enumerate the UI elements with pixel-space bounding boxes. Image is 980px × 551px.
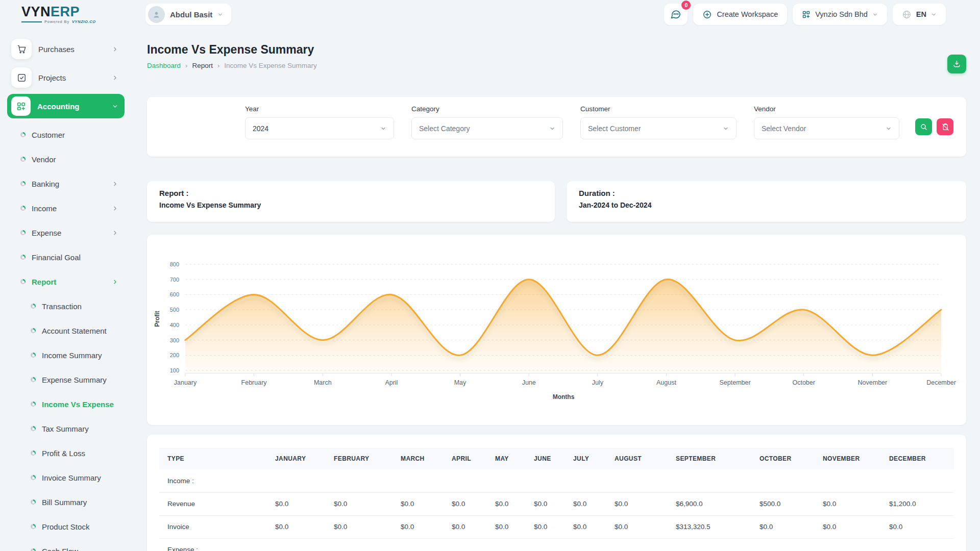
bullet-icon (31, 426, 36, 431)
bullet-icon (20, 279, 26, 284)
user-name: Abdul Basit (170, 10, 212, 19)
x-tick-label: May (454, 379, 467, 386)
y-tick-label: 200 (170, 352, 179, 358)
chat-badge: 0 (681, 1, 691, 10)
sidebar-item-label: Report (32, 278, 106, 286)
chat-button[interactable]: 0 (664, 4, 688, 25)
sidebar-item-profit-loss[interactable]: Profit & Loss (0, 441, 132, 465)
sidebar-item-income-vs-expense[interactable]: Income Vs Expense (0, 392, 132, 416)
duration-label: Duration : (579, 189, 954, 197)
table-card: TYPEJANUARYFEBRUARYMARCHAPRILMAYJUNEJULY… (147, 435, 966, 551)
bullet-icon (20, 230, 26, 235)
column-header-november: NOVEMBER (815, 448, 881, 469)
sidebar-item-label: Income Summary (42, 351, 118, 360)
sidebar-item-expense-summary[interactable]: Expense Summary (0, 367, 132, 392)
table-cell: $0.0 (881, 515, 954, 538)
sidebar-item-vendor[interactable]: Vendor (0, 147, 132, 171)
sidebar-item-transaction[interactable]: Transaction (0, 294, 132, 318)
sidebar-item-tax-summary[interactable]: Tax Summary (0, 416, 132, 441)
sidebar-item-cash-flow[interactable]: Cash Flow (0, 539, 132, 551)
sidebar-item-purchases[interactable]: Purchases (7, 37, 125, 61)
search-button[interactable] (915, 118, 932, 135)
x-tick-label: September (720, 379, 751, 386)
table-cell: $0.0 (326, 515, 393, 538)
sidebar-item-customer[interactable]: Customer (0, 122, 132, 147)
create-workspace-button[interactable]: Create Workspace (693, 4, 787, 25)
table-header-row: TYPEJANUARYFEBRUARYMARCHAPRILMAYJUNEJULY… (159, 448, 954, 469)
column-header-july: JULY (565, 448, 606, 469)
logo-tagline-brand: VYNZIO.CO (72, 19, 96, 24)
modules-icon (11, 96, 31, 116)
cart-icon (11, 39, 32, 59)
table-row-invoice: Invoice$0.0$0.0$0.0$0.0$0.0$0.0$0.0$0.0$… (159, 515, 954, 538)
sidebar-item-banking[interactable]: Banking (0, 171, 132, 196)
x-axis-title: Months (553, 393, 575, 400)
chevron-right-icon (112, 46, 118, 53)
column-header-may: MAY (487, 448, 526, 469)
column-header-october: OCTOBER (751, 448, 815, 469)
column-header-august: AUGUST (606, 448, 668, 469)
sidebar-item-report[interactable]: Report (0, 269, 132, 294)
table-cell: $0.0 (606, 492, 668, 515)
sidebar-item-label: Bill Summary (42, 498, 118, 507)
chevron-right-icon (112, 205, 118, 212)
table-cell: $0.0 (267, 515, 326, 538)
table-cell: $0.0 (393, 515, 444, 538)
sidebar-item-income-summary[interactable]: Income Summary (0, 343, 132, 367)
year-select[interactable]: 2024 (245, 117, 394, 139)
sidebar-item-label: Product Stock (42, 522, 118, 531)
y-tick-label: 600 (170, 291, 179, 297)
table-cell: $0.0 (487, 515, 526, 538)
sidebar-item-projects[interactable]: Projects (7, 65, 125, 90)
globe-icon (902, 10, 912, 19)
sidebar-item-label: Transaction (42, 302, 118, 311)
language-switcher[interactable]: EN (893, 4, 946, 25)
column-header-april: APRIL (444, 448, 487, 469)
year-value: 2024 (253, 124, 268, 133)
sidebar-item-income[interactable]: Income (0, 196, 132, 220)
y-tick-label: 100 (170, 367, 179, 373)
sidebar-item-label: Vendor (32, 155, 118, 164)
sidebar-item-label: Projects (38, 73, 105, 82)
sidebar-item-label: Accounting (37, 102, 105, 111)
workspace-switcher[interactable]: Vynzio Sdn Bhd (793, 4, 887, 25)
filter-card: Year 2024 Category Select Category Custo… (147, 97, 966, 157)
table-cell: $0.0 (606, 515, 668, 538)
table-section-row-expense: Expense : (159, 538, 954, 551)
sidebar-item-invoice-summary[interactable]: Invoice Summary (0, 465, 132, 490)
chevron-down-icon (872, 12, 878, 17)
user-menu[interactable]: Abdul Basit (145, 4, 231, 25)
table-cell: $0.0 (565, 492, 606, 515)
table-cell-type: Revenue (159, 492, 267, 515)
chat-icon (670, 9, 681, 20)
x-tick-label: July (592, 379, 604, 386)
vendor-select[interactable]: Select Vendor (754, 117, 899, 139)
sidebar-item-accounting[interactable]: Accounting (7, 94, 125, 118)
download-report-button[interactable] (947, 55, 966, 73)
sidebar-item-product-stock[interactable]: Product Stock (0, 514, 132, 539)
duration-value: Jan-2024 to Dec-2024 (579, 201, 954, 209)
sidebar-item-financial-goal[interactable]: Financial Goal (0, 245, 132, 269)
category-label: Category (411, 105, 563, 113)
report-info-card: Report : Income Vs Expense Summary (147, 181, 555, 222)
customer-select[interactable]: Select Customer (580, 117, 737, 139)
chevron-right-icon (112, 181, 118, 187)
table-cell: $1,200.0 (881, 492, 954, 515)
clear-filter-icon (941, 123, 949, 131)
chevron-down-icon (112, 103, 118, 110)
bullet-icon (31, 524, 36, 529)
table-cell: $0.0 (326, 492, 393, 515)
category-select[interactable]: Select Category (411, 117, 563, 139)
sidebar-item-expense[interactable]: Expense (0, 220, 132, 245)
breadcrumb-dashboard[interactable]: Dashboard (147, 62, 181, 69)
bullet-icon (31, 548, 36, 551)
report-label: Report : (159, 189, 543, 197)
table-cell: $0.0 (487, 492, 526, 515)
sidebar-item-label: Cash Flow (42, 547, 118, 551)
table-cell: $0.0 (751, 515, 815, 538)
bullet-icon (20, 132, 26, 137)
reset-filter-button[interactable] (937, 118, 953, 135)
sidebar-item-bill-summary[interactable]: Bill Summary (0, 490, 132, 514)
sidebar-item-account-statement[interactable]: Account Statement (0, 318, 132, 343)
bullet-icon (31, 328, 36, 333)
